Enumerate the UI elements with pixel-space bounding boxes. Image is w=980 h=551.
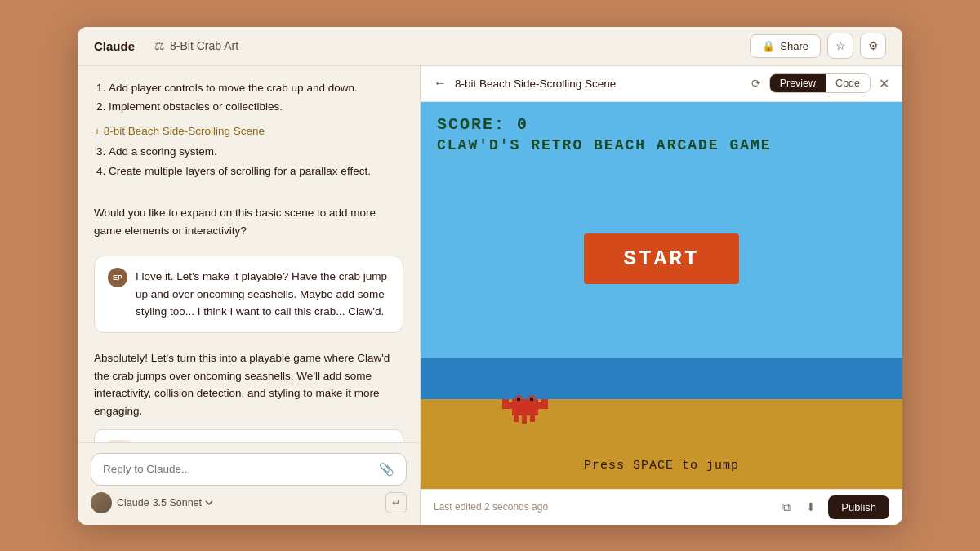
- attach-button[interactable]: 📎: [379, 462, 394, 477]
- top-bar-actions: 🔒 Share ☆ ⚙: [750, 33, 886, 59]
- chat-footer: Claude 3.5 Sonnet ↵: [91, 492, 407, 513]
- settings-button[interactable]: ⚙: [860, 33, 886, 59]
- code-artifact[interactable]: </> 8-bit Beach Side-Scrolling Scene Ope…: [94, 429, 403, 442]
- list-item: Implement obstacles or collectibles.: [109, 98, 403, 116]
- back-button[interactable]: ←: [434, 76, 447, 91]
- share-button[interactable]: 🔒 Share: [750, 34, 821, 58]
- svg-rect-8: [541, 399, 548, 404]
- game-sea: [421, 358, 902, 399]
- list-item: Create multiple layers of scrolling for …: [109, 162, 403, 180]
- chat-input-area: 📎 Claude 3.5 Sonnet ↵: [78, 442, 420, 525]
- publish-button[interactable]: Publish: [828, 495, 889, 519]
- share-label: Share: [780, 40, 808, 52]
- svg-rect-11: [530, 415, 535, 422]
- content-area: Add player controls to move the crab up …: [78, 66, 902, 525]
- crab-svg: [502, 388, 548, 424]
- chat-input-box: 📎: [91, 453, 407, 486]
- list-item: Add a scoring system.: [109, 143, 403, 161]
- assistant-message-1: Add player controls to move the crab up …: [94, 79, 403, 240]
- message-list-2: Add a scoring system. Create multiple la…: [94, 143, 403, 180]
- assistant-message-2: Absolutely! Let's turn this into a playa…: [94, 349, 403, 442]
- user-initials: EP: [113, 273, 122, 282]
- user-avatar-small: [91, 492, 112, 513]
- message-list: Add player controls to move the crab up …: [94, 79, 403, 116]
- copy-preview-button[interactable]: ⧉: [774, 495, 799, 519]
- preview-panel: ← 8-bit Beach Side-Scrolling Scene ⟳ Pre…: [421, 66, 902, 525]
- chat-input[interactable]: [103, 463, 372, 475]
- game-sand: Press SPACE to jump: [421, 399, 902, 489]
- preview-footer: Last edited 2 seconds ago ⧉ ⬇ Publish: [421, 489, 902, 525]
- copy-preview-icon: ⧉: [782, 500, 791, 514]
- list-item: Add player controls to move the crab up …: [109, 79, 403, 97]
- start-button[interactable]: START: [584, 233, 738, 284]
- user-avatar: EP: [108, 268, 127, 287]
- game-ground-area: Press SPACE to jump: [421, 358, 902, 489]
- game-center: START: [421, 160, 902, 358]
- preview-tabs: Preview Code: [769, 73, 871, 93]
- svg-rect-6: [502, 399, 509, 404]
- scene-tag: + 8-bit Beach Side-Scrolling Scene: [94, 122, 403, 140]
- user-message-1: EP I love it. Let's make it playable? Ha…: [94, 256, 403, 333]
- tab-preview[interactable]: Preview: [770, 74, 826, 92]
- send-button[interactable]: ↵: [385, 492, 407, 513]
- top-bar: Claude ⚖ 8-Bit Crab Art 🔒 Share ☆ ⚙: [78, 27, 902, 66]
- sliders-icon: ⚙: [868, 39, 879, 52]
- preview-content: SCORE: 0 CLAW'D'S RETRO BEACH ARCADE GAM…: [421, 102, 902, 489]
- star-button[interactable]: ☆: [827, 33, 853, 59]
- download-button[interactable]: ⬇: [799, 495, 823, 519]
- star-icon: ☆: [835, 39, 846, 52]
- svg-rect-4: [530, 398, 533, 401]
- pixel-crab: [502, 388, 548, 424]
- tab-code[interactable]: Code: [826, 74, 870, 92]
- svg-rect-10: [522, 415, 527, 424]
- close-button[interactable]: ✕: [879, 76, 889, 91]
- response-text: Absolutely! Let's turn this into a playa…: [94, 349, 403, 420]
- game-title: CLAW'D'S RETRO BEACH ARCADE GAME: [437, 137, 886, 153]
- user-message-text: I love it. Let's make it playable? Have …: [136, 268, 390, 321]
- svg-rect-3: [517, 398, 520, 401]
- project-title: ⚖ 8-Bit Crab Art: [154, 39, 238, 52]
- preview-header: ← 8-bit Beach Side-Scrolling Scene ⟳ Pre…: [421, 66, 902, 102]
- refresh-button[interactable]: ⟳: [751, 77, 761, 90]
- model-name: Claude: [117, 497, 149, 509]
- chevron-down-icon: [205, 499, 213, 507]
- project-icon: ⚖: [154, 39, 165, 52]
- main-window: Claude ⚖ 8-Bit Crab Art 🔒 Share ☆ ⚙: [78, 27, 902, 525]
- project-name: 8-Bit Crab Art: [170, 39, 238, 52]
- jump-hint: Press SPACE to jump: [584, 459, 739, 473]
- preview-title: 8-bit Beach Side-Scrolling Scene: [455, 78, 743, 90]
- model-selector[interactable]: Claude 3.5 Sonnet: [117, 497, 213, 509]
- followup-text: Would you like to expand on this basic s…: [94, 207, 376, 237]
- chat-panel: Add player controls to move the crab up …: [78, 66, 421, 525]
- game-header: SCORE: 0 CLAW'D'S RETRO BEACH ARCADE GAM…: [421, 102, 902, 160]
- game-score: SCORE: 0: [437, 115, 886, 134]
- game-screen: SCORE: 0 CLAW'D'S RETRO BEACH ARCADE GAM…: [421, 102, 902, 489]
- app-logo: Claude: [94, 39, 135, 53]
- model-version: 3.5 Sonnet: [153, 497, 202, 509]
- lock-icon: 🔒: [762, 40, 775, 52]
- chat-messages: Add player controls to move the crab up …: [78, 66, 420, 442]
- last-edited: Last edited 2 seconds ago: [434, 501, 774, 513]
- svg-rect-9: [514, 415, 519, 422]
- download-icon: ⬇: [806, 500, 816, 513]
